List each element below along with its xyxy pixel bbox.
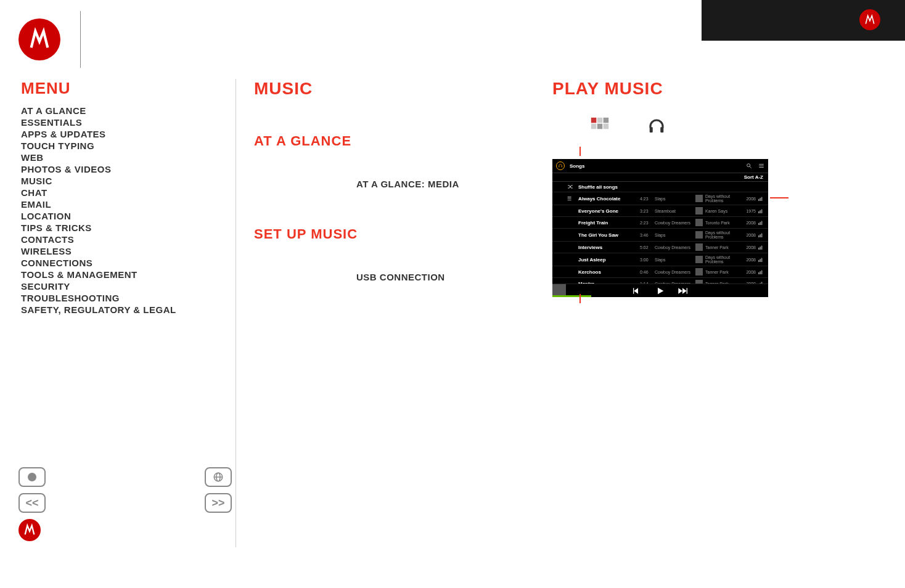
- svg-rect-30: [758, 260, 760, 262]
- songs-tab[interactable]: Songs: [570, 163, 584, 169]
- menu-item[interactable]: APPS & UPDATES: [21, 129, 206, 139]
- song-duration: 5:02: [640, 245, 655, 250]
- menu-item[interactable]: CONTACTS: [21, 234, 206, 245]
- sort-label: Sort A-Z: [744, 174, 763, 180]
- song-title: The Girl You Saw: [578, 232, 640, 238]
- svg-rect-4: [597, 124, 603, 129]
- divider: [80, 11, 81, 68]
- motorola-logo-icon: [18, 519, 41, 541]
- svg-rect-12: [759, 164, 764, 165]
- song-row[interactable]: The Girl You Saw 3:46 Slaps Days without…: [552, 229, 768, 242]
- top-bar: [702, 0, 905, 41]
- play-music-heading: PLAY MUSIC: [552, 79, 848, 99]
- song-row[interactable]: Everyone's Gone 3:23 Steamboat Karen Say…: [552, 205, 768, 217]
- music-player-header: Songs: [552, 159, 768, 173]
- song-row[interactable]: ☰ Always Chocolate 4:23 Slaps Days witho…: [552, 192, 768, 205]
- queue-icon[interactable]: [758, 163, 764, 169]
- svg-rect-8: [559, 166, 559, 167]
- song-duration: 2:23: [640, 221, 655, 225]
- svg-rect-31: [760, 259, 761, 262]
- song-year: 1975: [741, 209, 756, 213]
- song-row[interactable]: Freight Train 2:23 Cowboy Dreamers Toron…: [552, 217, 768, 229]
- play-music-panel: PLAY MUSIC Songs Sort A-Z Shuffle all so…: [552, 79, 848, 297]
- svg-rect-9: [562, 166, 562, 167]
- headphones-small-icon: [556, 161, 565, 170]
- svg-rect-13: [759, 166, 764, 166]
- play-icon[interactable]: [655, 286, 665, 296]
- subsection-at-a-glance-media[interactable]: AT A GLANCE: MEDIA: [356, 179, 525, 189]
- menu-item[interactable]: EMAIL: [21, 199, 206, 210]
- menu-heading: MENU: [21, 79, 206, 98]
- svg-rect-25: [760, 234, 761, 237]
- album-art-icon: [695, 231, 703, 239]
- signal-icon: [758, 269, 763, 274]
- globe-icon: [213, 472, 224, 483]
- svg-rect-50: [687, 288, 687, 293]
- previous-icon[interactable]: [633, 286, 643, 296]
- circle-icon: [28, 473, 36, 481]
- sort-row[interactable]: Sort A-Z: [552, 173, 768, 182]
- song-duration: 3:23: [640, 209, 655, 213]
- music-studio-icon[interactable]: [589, 116, 610, 137]
- song-row[interactable]: Kerchoos 0:46 Cowboy Dreamers Tanner Par…: [552, 266, 768, 278]
- menu-item[interactable]: TROUBLESHOOTING: [21, 293, 206, 303]
- svg-rect-21: [758, 223, 760, 225]
- subsection-usb-connection[interactable]: USB CONNECTION: [356, 272, 525, 282]
- playback-controls: [552, 286, 768, 296]
- back-label: <<: [25, 497, 38, 510]
- svg-rect-1: [597, 118, 603, 123]
- signal-icon: [758, 196, 763, 201]
- menu-item[interactable]: LOCATION: [21, 211, 206, 221]
- svg-rect-16: [760, 198, 761, 201]
- menu-item[interactable]: TIPS & TRICKS: [21, 223, 206, 233]
- menu-item[interactable]: SAFETY, REGULATORY & LEGAL: [21, 304, 206, 315]
- headphones-icon[interactable]: [647, 117, 666, 136]
- shuffle-row[interactable]: Shuffle all songs: [552, 182, 768, 192]
- motorola-logo-icon: [859, 9, 880, 30]
- menu-item[interactable]: WEB: [21, 152, 206, 163]
- column-divider: [235, 79, 236, 547]
- menu-item[interactable]: TOOLS & MANAGEMENT: [21, 269, 206, 280]
- svg-rect-24: [758, 235, 760, 237]
- menu-item[interactable]: PHOTOS & VIDEOS: [21, 164, 206, 174]
- song-duration: 3:00: [640, 258, 655, 262]
- song-artist: Slaps: [655, 258, 695, 262]
- song-year: 2008: [741, 197, 756, 201]
- svg-rect-17: [761, 197, 763, 201]
- song-title: Always Chocolate: [578, 196, 640, 202]
- menu-item[interactable]: SECURITY: [21, 281, 206, 292]
- menu-item[interactable]: CONNECTIONS: [21, 258, 206, 268]
- music-player-screenshot: Songs Sort A-Z Shuffle all songs ☰ Alway…: [552, 159, 768, 297]
- back-button[interactable]: <<: [18, 493, 46, 513]
- svg-rect-32: [761, 258, 763, 262]
- menu-item[interactable]: MUSIC: [21, 176, 206, 186]
- signal-icon: [758, 232, 763, 237]
- now-playing-bar[interactable]: [552, 284, 768, 297]
- song-artist: Slaps: [655, 197, 695, 201]
- menu-item[interactable]: CHAT: [21, 187, 206, 198]
- song-artist: Cowboy Dreamers: [655, 270, 695, 274]
- svg-rect-2: [604, 118, 609, 123]
- song-row[interactable]: Interviews 5:02 Cowboy Dreamers Tanner P…: [552, 242, 768, 253]
- song-artist: Cowboy Dreamers: [655, 221, 695, 225]
- song-row[interactable]: Just Asleep 3:00 Slaps Days without Prob…: [552, 253, 768, 266]
- forward-button[interactable]: >>: [205, 493, 232, 513]
- song-album: Karen Says: [705, 209, 741, 213]
- menu-item[interactable]: AT A GLANCE: [21, 105, 206, 116]
- song-artist: Slaps: [655, 233, 695, 237]
- svg-rect-20: [761, 210, 763, 213]
- globe-button[interactable]: [205, 467, 232, 487]
- svg-rect-14: [759, 167, 764, 168]
- home-button[interactable]: [18, 467, 46, 487]
- svg-marker-49: [682, 288, 687, 293]
- svg-rect-18: [758, 211, 760, 213]
- app-icons-row: [589, 116, 848, 137]
- search-icon[interactable]: [746, 163, 752, 169]
- next-icon[interactable]: [678, 286, 687, 296]
- signal-icon: [758, 220, 763, 225]
- progress-bar[interactable]: [552, 295, 591, 297]
- song-year: 2008: [741, 245, 756, 250]
- menu-item[interactable]: TOUCH TYPING: [21, 141, 206, 151]
- menu-item[interactable]: ESSENTIALS: [21, 117, 206, 128]
- menu-item[interactable]: WIRELESS: [21, 246, 206, 256]
